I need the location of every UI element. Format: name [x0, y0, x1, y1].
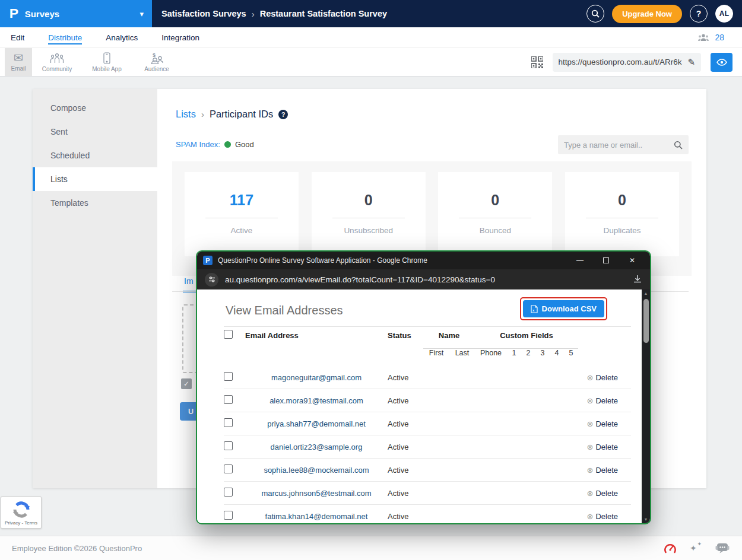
- avatar[interactable]: AL: [715, 5, 733, 23]
- edition-text: Employee Edition ©2026 QuestionPro: [12, 544, 142, 553]
- row-checkbox[interactable]: [224, 372, 233, 381]
- popup-titlebar[interactable]: P QuestionPro Online Survey Software App…: [197, 252, 650, 269]
- tab-analytics[interactable]: Analytics: [106, 30, 138, 46]
- lists-breadcrumb: Lists › Participant IDs ?: [176, 109, 288, 120]
- scroll-down-icon[interactable]: ▼: [642, 517, 650, 521]
- stat-card-bounced[interactable]: 0 Bounced: [438, 172, 552, 256]
- row-checkbox[interactable]: [224, 418, 233, 427]
- chat-support-icon[interactable]: [715, 542, 730, 554]
- popup-url-text[interactable]: au.questionpro.com/a/viewEmail.do?totalC…: [225, 275, 626, 284]
- stat-card-unsubscribed[interactable]: 0 Unsubscribed: [312, 172, 426, 256]
- top-header: P Surveys ▾ Satisfaction Surveys › Resta…: [0, 0, 742, 27]
- subcol-phone: Phone: [475, 348, 507, 357]
- download-csv-button[interactable]: x Download CSV: [523, 300, 604, 317]
- row-checkbox[interactable]: [224, 395, 233, 404]
- survey-link[interactable]: https://questionpro.com.au/t/ARr6k: [559, 58, 682, 66]
- sidebar-item-scheduled[interactable]: Scheduled: [33, 144, 157, 167]
- sidebar-item-sent[interactable]: Sent: [33, 120, 157, 144]
- download-icon[interactable]: [633, 275, 642, 284]
- stat-card-duplicates[interactable]: 0 Duplicates: [565, 172, 679, 256]
- delete-label: Delete: [595, 466, 618, 475]
- email-link[interactable]: fatima.khan14@demomail.net: [245, 512, 388, 521]
- channel-mobile-app[interactable]: Mobile App: [82, 48, 132, 76]
- delete-button[interactable]: ⊗Delete: [587, 419, 618, 428]
- site-info-button[interactable]: [205, 273, 218, 287]
- ai-sparkles-icon[interactable]: ✦ ✦: [690, 542, 702, 554]
- popup-content: View Email Addresses x Download CSV Emai…: [197, 289, 642, 523]
- scroll-up-icon[interactable]: ▲: [642, 291, 650, 295]
- email-link[interactable]: magoneguitar@gmail.com: [245, 373, 388, 382]
- row-status: Active: [388, 466, 423, 475]
- qr-code-icon[interactable]: [531, 56, 543, 68]
- popup-url-bar: au.questionpro.com/a/viewEmail.do?totalC…: [197, 269, 650, 289]
- popup-scrollbar[interactable]: ▲ ▼: [642, 289, 650, 523]
- email-link[interactable]: daniel.ortiz23@sample.org: [245, 443, 388, 451]
- help-button[interactable]: ?: [690, 5, 708, 23]
- tab-integration[interactable]: Integration: [161, 30, 199, 46]
- stat-divider: [205, 218, 278, 218]
- email-link[interactable]: marcus.johnson5@testmail.com: [245, 489, 388, 498]
- recaptcha-label[interactable]: Privacy - Terms: [5, 520, 37, 526]
- delete-button[interactable]: ⊗Delete: [587, 396, 618, 405]
- csv-file-icon: x: [531, 305, 538, 313]
- delete-button[interactable]: ⊗Delete: [587, 443, 618, 451]
- channel-audience[interactable]: $ Audience: [132, 48, 182, 76]
- delete-circle-icon: ⊗: [587, 466, 594, 475]
- sidebar-item-lists[interactable]: Lists: [33, 167, 157, 191]
- breadcrumb-lists-link[interactable]: Lists: [176, 109, 196, 120]
- window-maximize-button[interactable]: [593, 252, 619, 269]
- table-subheader-row: First Last Phone 1 2 3 4 5: [224, 343, 631, 361]
- window-minimize-button[interactable]: —: [567, 252, 593, 269]
- delete-label: Delete: [595, 443, 618, 451]
- row-checkbox[interactable]: [224, 511, 233, 520]
- search-button[interactable]: [586, 5, 604, 23]
- stat-duplicates-value: 0: [565, 192, 679, 209]
- participant-help-icon[interactable]: ?: [278, 110, 288, 119]
- download-csv-highlight: x Download CSV: [520, 297, 607, 320]
- delete-button[interactable]: ⊗Delete: [587, 466, 618, 475]
- channel-community[interactable]: Community: [32, 48, 82, 76]
- recaptcha-badge[interactable]: Privacy - Terms: [1, 497, 42, 529]
- sidebar-item-compose[interactable]: Compose: [33, 96, 157, 120]
- preview-button[interactable]: [711, 53, 733, 72]
- respondents-count[interactable]: 28: [715, 33, 724, 42]
- sidebar-item-templates[interactable]: Templates: [33, 191, 157, 215]
- performance-gauge-icon[interactable]: [664, 542, 677, 554]
- col-email-address: Email Address: [245, 331, 388, 340]
- stat-card-active[interactable]: 117 Active: [185, 172, 299, 256]
- tab-import-partial[interactable]: Im: [184, 276, 194, 286]
- tab-edit[interactable]: Edit: [11, 30, 24, 46]
- row-checkbox[interactable]: [224, 441, 233, 450]
- surveys-menu-dropdown[interactable]: P Surveys ▾: [0, 0, 152, 27]
- spam-status-value: Good: [235, 140, 254, 149]
- search-icon[interactable]: [674, 141, 683, 149]
- delete-button[interactable]: ⊗Delete: [587, 373, 618, 382]
- subcol-5: 5: [564, 348, 578, 357]
- channel-email[interactable]: ✉ Email: [5, 48, 32, 76]
- email-link[interactable]: priya.shah77@demomail.net: [245, 419, 388, 428]
- checked-checkbox-partial[interactable]: ✓: [181, 378, 192, 389]
- upgrade-now-button[interactable]: Upgrade Now: [612, 5, 682, 23]
- breadcrumb-folder[interactable]: Satisfaction Surveys: [161, 9, 246, 18]
- tab-distribute[interactable]: Distribute: [48, 30, 82, 46]
- subcol-2: 2: [521, 348, 535, 357]
- scrollbar-thumb[interactable]: [643, 299, 649, 343]
- page-footer: Employee Edition ©2026 QuestionPro ✦ ✦: [0, 536, 742, 560]
- email-link[interactable]: alex.mora91@testmail.com: [245, 396, 388, 405]
- email-table: Email Address Status Name Custom Fields …: [224, 327, 631, 524]
- row-checkbox[interactable]: [224, 488, 233, 497]
- delete-circle-icon: ⊗: [587, 396, 594, 405]
- email-link[interactable]: sophia.lee88@mockemail.com: [245, 466, 388, 475]
- stat-divider: [459, 218, 531, 218]
- delete-button[interactable]: ⊗Delete: [587, 489, 618, 498]
- select-all-checkbox[interactable]: [224, 330, 233, 339]
- row-status: Active: [388, 512, 423, 521]
- download-csv-label: Download CSV: [542, 304, 597, 313]
- participant-search-input[interactable]: [564, 141, 669, 149]
- window-close-button[interactable]: ✕: [619, 252, 645, 269]
- delete-button[interactable]: ⊗Delete: [587, 512, 618, 521]
- row-checkbox[interactable]: [224, 464, 233, 473]
- topbar-actions: Upgrade Now ? AL: [586, 0, 742, 27]
- edit-link-icon[interactable]: ✎: [687, 57, 695, 68]
- community-icon: [49, 52, 65, 64]
